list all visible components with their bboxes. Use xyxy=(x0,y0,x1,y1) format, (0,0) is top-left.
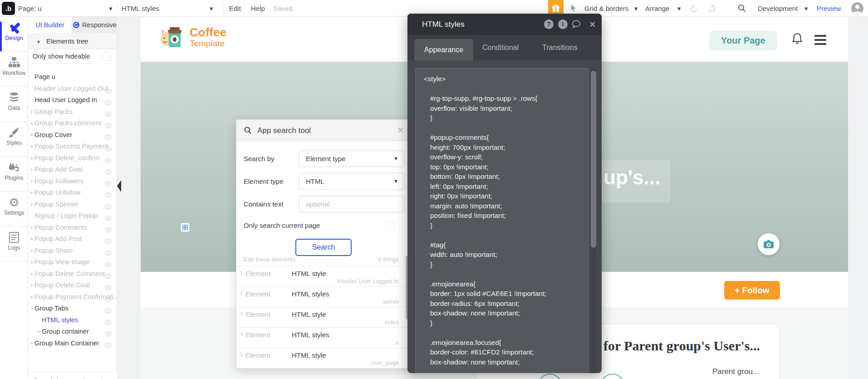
tree-item[interactable]: HTML styles xyxy=(28,315,117,326)
redo-icon[interactable] xyxy=(707,4,716,13)
sidebar-item-styles[interactable]: Styles xyxy=(0,127,28,157)
tree-item[interactable]: +Popup Delete Comment xyxy=(28,268,117,280)
follow-button[interactable]: + Follow xyxy=(724,281,780,300)
tree-item[interactable]: +Group Main Container xyxy=(28,338,117,349)
tree-item[interactable]: +Popup View Image xyxy=(28,256,117,268)
close-icon[interactable]: × xyxy=(589,19,595,30)
expand-icon[interactable]: + xyxy=(30,164,34,176)
search-result-row[interactable]: 4ElementHTML stylesu xyxy=(236,327,410,348)
eye-icon[interactable] xyxy=(105,167,112,176)
info-icon[interactable]: i xyxy=(558,20,568,29)
expand-icon[interactable]: + xyxy=(30,141,34,153)
expand-icon[interactable]: + xyxy=(30,268,34,280)
tree-item[interactable]: +Popup Add Post xyxy=(28,233,117,245)
code-scrollbar-thumb[interactable] xyxy=(591,71,596,248)
eye-icon[interactable] xyxy=(105,97,112,106)
expand-icon[interactable]: + xyxy=(30,153,34,164)
tree-item[interactable]: +Group Packs xyxy=(28,106,117,118)
expand-icon[interactable]: + xyxy=(30,245,34,257)
tree-item[interactable]: +Popup Share xyxy=(28,245,117,257)
search-result-row[interactable]: 3ElementHTML styleindex xyxy=(236,307,410,327)
tree-item[interactable]: +Popup Add Goal xyxy=(28,164,117,176)
eye-icon[interactable] xyxy=(105,236,112,245)
eye-icon[interactable] xyxy=(105,132,112,141)
tab-responsive[interactable]: Responsive xyxy=(72,17,117,33)
bell-icon[interactable] xyxy=(791,32,803,45)
eye-icon[interactable] xyxy=(105,259,112,268)
tree-item[interactable]: +Popup Success Payment xyxy=(28,141,117,153)
sidebar-item-design[interactable]: Design xyxy=(0,22,28,52)
property-editor-header[interactable]: HTML styles ? i × xyxy=(407,14,602,35)
expand-icon[interactable]: + xyxy=(30,291,34,303)
change-cover-button[interactable] xyxy=(758,233,780,255)
eye-icon[interactable] xyxy=(105,294,112,303)
eye-icon[interactable] xyxy=(105,340,112,349)
help-menu[interactable]: Help xyxy=(251,0,265,17)
eye-icon[interactable] xyxy=(105,143,112,153)
sidebar-item-plugins[interactable]: Plugins xyxy=(0,162,28,192)
tab-appearance[interactable]: Appearance xyxy=(414,39,473,60)
tree-item[interactable]: +Popup Followers xyxy=(28,176,117,187)
tab-ui-builder[interactable]: UI Builder xyxy=(28,17,72,33)
tree-item[interactable]: +Popup Payment Confirmati... xyxy=(28,291,117,303)
sidebar-item-workflow[interactable]: Workflow xyxy=(0,57,28,87)
eye-icon[interactable] xyxy=(105,155,112,164)
tab-transitions[interactable]: Transitions xyxy=(542,35,578,60)
expand-icon[interactable]: + xyxy=(30,199,34,211)
your-page-button[interactable]: Your Page xyxy=(709,31,777,50)
current-page-checkbox[interactable] xyxy=(385,221,394,230)
expand-icon[interactable]: + xyxy=(30,176,34,187)
tree-item[interactable]: +Group Cover xyxy=(28,129,117,141)
arrange-menu[interactable]: Arrange xyxy=(645,0,669,17)
eye-icon[interactable] xyxy=(105,329,112,338)
tab-conditional[interactable]: Conditional xyxy=(482,35,519,60)
expand-icon[interactable]: + xyxy=(30,118,34,129)
tree-item[interactable]: Header User Logged Out xyxy=(28,83,117,95)
tree-item[interactable]: Head User Logged In xyxy=(28,94,117,106)
close-icon[interactable]: × xyxy=(397,124,403,136)
eye-icon[interactable] xyxy=(105,213,112,222)
eye-icon[interactable] xyxy=(105,225,112,234)
only-show-hideable-checkbox[interactable] xyxy=(102,52,111,61)
page-selector[interactable]: Page: u xyxy=(18,0,42,17)
sidebar-item-logs[interactable]: Logs xyxy=(0,231,28,261)
expand-icon[interactable]: + xyxy=(30,280,34,291)
expand-icon[interactable]: + xyxy=(30,187,34,199)
tree-item[interactable]: +Popup Unfollow xyxy=(28,187,117,199)
eye-icon[interactable] xyxy=(105,202,112,211)
tree-item[interactable]: Signup / Login Popup xyxy=(28,210,117,222)
tree-item[interactable]: +Popup Comments xyxy=(28,222,117,234)
search-result-row[interactable]: 5ElementHTML styleuser_page xyxy=(236,348,410,368)
search-button[interactable]: Search xyxy=(295,239,352,256)
expand-icon[interactable]: + xyxy=(30,338,34,349)
tree-item[interactable]: +Popup Delete_confirm xyxy=(28,153,117,164)
environment-selector[interactable]: Development xyxy=(758,0,798,17)
tree-item[interactable]: +Group container xyxy=(28,326,117,338)
eye-icon[interactable] xyxy=(105,120,112,129)
sidebar-item-data[interactable]: Data xyxy=(0,92,28,122)
collapse-panel-icon[interactable] xyxy=(117,180,121,192)
search-result-row[interactable]: 2ElementHTML stylesadmin xyxy=(236,286,410,307)
expand-icon[interactable]: − xyxy=(30,303,34,315)
preview-button[interactable]: Preview xyxy=(817,0,841,17)
element-type-select[interactable]: HTML ▼ xyxy=(299,173,404,190)
new-elements-search-input[interactable] xyxy=(28,372,117,379)
contains-text-input[interactable] xyxy=(306,197,394,212)
element-selector[interactable]: HTML styles xyxy=(122,0,159,17)
search-icon[interactable] xyxy=(737,4,746,13)
search-result-row[interactable]: 1ElementHTML styleHeader User Logged In xyxy=(236,266,410,286)
expand-icon[interactable]: + xyxy=(37,326,41,338)
expand-icon[interactable]: + xyxy=(30,233,34,245)
eye-icon[interactable] xyxy=(105,109,112,118)
undo-icon[interactable] xyxy=(690,4,699,13)
eye-icon[interactable] xyxy=(105,86,112,95)
html-code-editor[interactable]: <style> #rg-top-supp, #rg-top-supp > .ro… xyxy=(415,68,588,373)
elements-tree-header[interactable]: ▼ Elements tree xyxy=(28,33,117,49)
eye-icon[interactable] xyxy=(105,305,112,315)
comment-icon[interactable] xyxy=(572,20,581,28)
eye-icon[interactable] xyxy=(105,248,112,257)
expand-icon[interactable]: + xyxy=(30,106,34,118)
expand-icon[interactable]: + xyxy=(30,256,34,268)
eye-icon[interactable] xyxy=(105,282,112,291)
menu-icon[interactable] xyxy=(814,35,826,47)
